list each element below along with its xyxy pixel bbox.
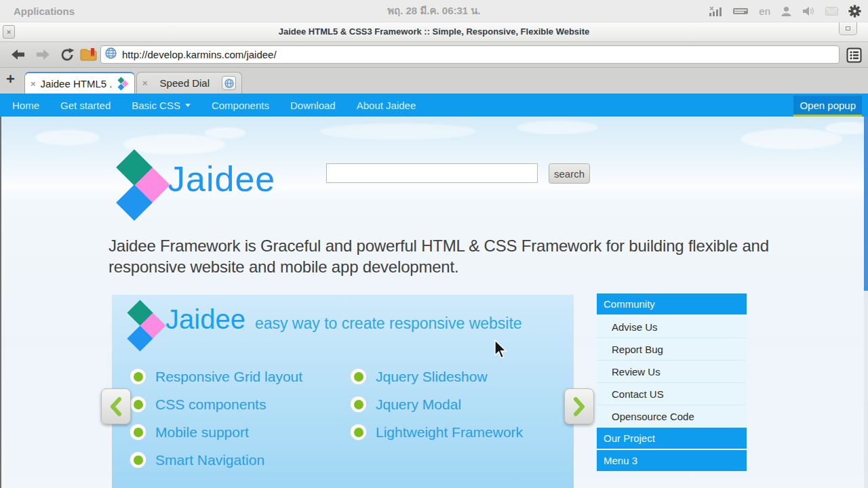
nav-basic-css-label: Basic CSS	[132, 100, 180, 111]
sidebar-section-community[interactable]: Community	[597, 293, 747, 314]
slider-prev-button[interactable]	[101, 388, 131, 424]
list-item: Jquery Modal	[351, 390, 523, 418]
list-item: Mobile support	[130, 418, 302, 446]
cloud	[35, 130, 100, 145]
feature-label: Jquery Slideshow	[376, 369, 488, 385]
brand-wordmark: Jaidee	[167, 159, 275, 199]
bullet-radio-icon	[351, 396, 366, 412]
address-bar[interactable]	[100, 45, 840, 64]
slider-logo	[123, 302, 170, 351]
sidebar-section-menu-3[interactable]: Menu 3	[597, 450, 747, 471]
list-item: Jquery Slideshow	[351, 363, 523, 390]
tab-close-icon[interactable]: ×	[142, 78, 148, 88]
list-item: Smart Navigation	[130, 446, 302, 474]
feature-list-right: Jquery Slideshow Jquery Modal Lightweigh…	[351, 363, 523, 446]
feature-label: Mobile support	[155, 424, 249, 441]
bullet-radio-icon	[130, 424, 146, 440]
tab-label: Speed Dial	[153, 77, 217, 89]
feature-label: Smart Navigation	[155, 452, 264, 468]
bullet-radio-icon	[351, 424, 366, 440]
site-navigation: Home Get started Basic CSS Components Do…	[0, 94, 868, 117]
chevron-down-icon	[185, 104, 191, 107]
slider-tagline: easy way to create responsive website	[255, 314, 522, 333]
feature-label: Lightweight Framework	[376, 424, 523, 441]
tab-jaidee[interactable]: × Jaidee HTML5 ...	[24, 72, 135, 94]
reload-button-icon[interactable]	[60, 47, 76, 66]
window-close-button[interactable]: ×	[3, 25, 15, 39]
cloud	[320, 123, 476, 140]
sidebar-section-our-project[interactable]: Our Project	[597, 428, 747, 449]
new-tab-button[interactable]: +	[6, 70, 15, 88]
sidebar-item-report-bug[interactable]: Report Bug	[597, 338, 747, 361]
slider-brand: Jaidee	[165, 304, 245, 335]
network-signal-icon[interactable]	[709, 6, 722, 17]
sidebar-item-opensource-code[interactable]: Opensource Code	[597, 405, 747, 428]
user-icon[interactable]	[781, 5, 792, 17]
nav-components[interactable]: Components	[212, 100, 269, 111]
page-content: Jaidee search Jaidee Framework is Gracef…	[0, 117, 868, 488]
nav-get-started[interactable]: Get started	[60, 100, 111, 111]
search-button[interactable]: search	[549, 163, 590, 184]
sidebar-item-contact-us[interactable]: Contact US	[597, 383, 747, 405]
language-indicator[interactable]: en	[759, 5, 770, 17]
sidebar-menu: Community Advise Us Report Bug Review Us…	[597, 293, 747, 472]
feature-list-left: Responsive Grid layout CSS components Mo…	[130, 363, 302, 474]
volume-icon[interactable]	[802, 6, 815, 16]
back-button-icon[interactable]	[9, 47, 27, 64]
bullet-radio-icon	[130, 452, 146, 468]
tab-label: Jaidee HTML5 ...	[41, 78, 113, 89]
sidebar-items: Advise Us Report Bug Review Us Contact U…	[597, 316, 747, 428]
mouse-cursor	[494, 340, 509, 363]
window-restore-button[interactable]	[839, 22, 857, 35]
feature-label: CSS components	[155, 396, 266, 413]
nav-home[interactable]: Home	[12, 100, 39, 111]
list-item: Lightweight Framework	[351, 418, 523, 446]
sidebar-item-advise-us[interactable]: Advise Us	[597, 316, 747, 338]
nav-basic-css[interactable]: Basic CSS	[132, 100, 191, 111]
sidebar-item-review-us[interactable]: Review Us	[597, 361, 747, 383]
url-input[interactable]	[122, 49, 839, 60]
bookmarks-folder-icon[interactable]	[80, 48, 97, 64]
feature-label: Jquery Modal	[376, 396, 461, 413]
mail-icon[interactable]	[825, 7, 838, 16]
bullet-radio-icon	[130, 396, 146, 412]
tab-close-icon[interactable]: ×	[31, 79, 36, 89]
forward-button-icon[interactable]	[35, 47, 53, 64]
speed-dial-globe-icon	[222, 76, 236, 90]
window-title: Jaidee HTML5 & CSS3 Framework :: Simple,…	[0, 22, 868, 41]
slider-heading: Jaidee easy way to create responsive web…	[165, 304, 522, 335]
system-clock[interactable]: พฤ. 28 มี.ค. 06:31 น.	[387, 3, 481, 19]
page-headline: Jaidee Framework is Graceful and powerfu…	[108, 235, 770, 277]
bullet-radio-icon	[351, 369, 366, 384]
search-input[interactable]	[326, 163, 538, 183]
list-item: CSS components	[130, 390, 302, 418]
tab-strip: + × Jaidee HTML5 ... × Speed Dial	[0, 68, 868, 94]
open-popup-button[interactable]: Open popup	[793, 96, 862, 117]
cloud	[517, 121, 598, 134]
cloud	[825, 122, 868, 134]
system-top-bar: Applications พฤ. 28 มี.ค. 06:31 น. en	[0, 0, 868, 22]
nav-about-jaidee[interactable]: About Jaidee	[357, 100, 416, 111]
cloud	[205, 127, 245, 138]
feature-slider: Jaidee easy way to create responsive web…	[112, 295, 574, 488]
chevron-right-icon	[572, 396, 586, 417]
feature-label: Responsive Grid layout	[155, 369, 302, 385]
site-globe-icon	[105, 47, 117, 62]
system-tray: en	[709, 0, 861, 22]
nav-download[interactable]: Download	[290, 100, 336, 111]
list-item: Responsive Grid layout	[130, 363, 302, 390]
chevron-left-icon	[109, 396, 123, 417]
browser-toolbar	[0, 42, 868, 68]
jaidee-favicon	[117, 78, 129, 89]
keyboard-layout-icon[interactable]	[732, 7, 749, 16]
window-title-bar: × Jaidee HTML5 & CSS3 Framework :: Simpl…	[0, 22, 868, 42]
applications-menu[interactable]: Applications	[14, 5, 75, 17]
tab-speed-dial[interactable]: × Speed Dial	[136, 72, 242, 94]
scrollbar-track[interactable]	[864, 117, 868, 488]
panels-menu-icon[interactable]	[846, 47, 863, 66]
settings-gear-icon[interactable]	[848, 5, 861, 18]
bullet-radio-icon	[130, 369, 146, 384]
cloud	[741, 129, 842, 149]
slider-next-button[interactable]	[564, 388, 594, 424]
scrollbar-thumb[interactable]	[864, 117, 868, 291]
